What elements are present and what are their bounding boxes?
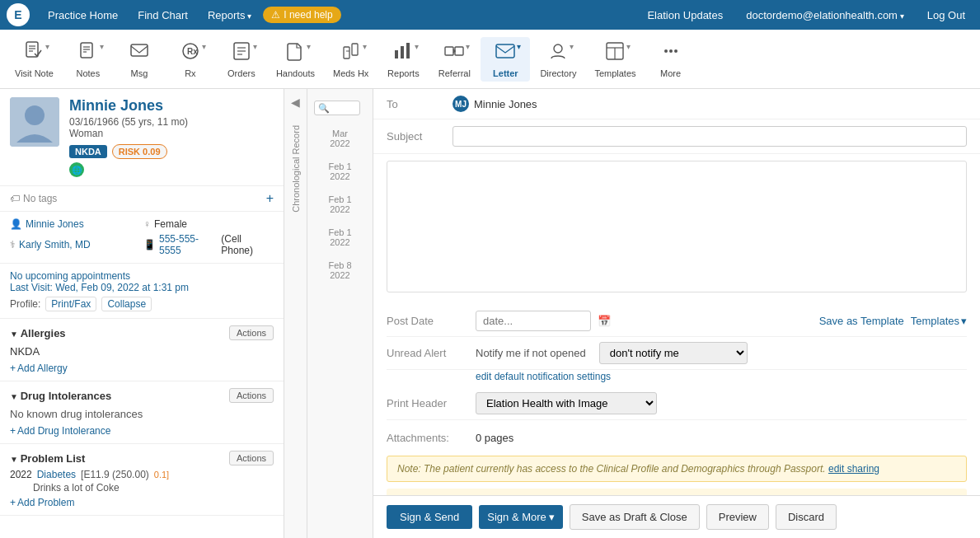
toolbar-templates[interactable]: ▾ Templates	[586, 37, 644, 82]
save-as-draft-close-button[interactable]: Save as Draft & Close	[570, 504, 700, 530]
globe-icon: 🌐	[69, 162, 84, 177]
toolbar-meds-hx[interactable]: ▾ Meds Hx	[325, 37, 377, 82]
toolbar-orders-label: Orders	[227, 68, 256, 78]
meta-patient-name: Minnie Jones	[26, 218, 84, 230]
nav-reports[interactable]: Reports	[199, 6, 260, 25]
nav-user-email[interactable]: doctordemo@elationhealth.com	[738, 6, 912, 25]
timeline-search[interactable]	[314, 101, 360, 115]
directory-icon: ▾	[547, 40, 569, 67]
sign-more-arrow: ▾	[549, 511, 555, 523]
drug-intolerances-section: Drug Intolerances Actions No known drug …	[0, 381, 284, 444]
letter-to-row: To MJ Minnie Jones	[373, 89, 980, 119]
more-icon	[660, 40, 682, 67]
patient-badges: NKDA RISK 0.09	[69, 144, 274, 159]
toolbar-msg[interactable]: Msg	[115, 37, 164, 82]
collapse-button[interactable]: Collapse	[101, 297, 152, 311]
msg-icon	[129, 40, 150, 67]
problem-name-0[interactable]: Diabetes	[37, 469, 76, 480]
nav-help[interactable]: I need help	[263, 7, 340, 23]
chrono-label: Chronological Record	[291, 125, 301, 213]
toolbar-more[interactable]: More	[646, 37, 696, 82]
toolbar-more-label: More	[660, 68, 681, 78]
subject-input[interactable]	[452, 126, 967, 147]
timeline-month-1: Feb 1	[314, 161, 366, 171]
allergies-actions-button[interactable]: Actions	[229, 325, 274, 340]
last-visit-text: Last Visit: Wed, Feb 09, 2022 at 1:31 pm	[10, 282, 274, 293]
templates-arrow: ▾	[626, 42, 631, 51]
nav-find-chart[interactable]: Find Chart	[129, 6, 196, 25]
preview-button[interactable]: Preview	[706, 504, 769, 530]
add-allergy-button[interactable]: Add Allergy	[10, 363, 68, 374]
nav-elation-updates[interactable]: Elation Updates	[639, 6, 731, 25]
allergies-header: Allergies Actions	[10, 325, 274, 340]
timeline-item-4[interactable]: Feb 8 2022	[311, 255, 369, 285]
toolbar-visit-note[interactable]: ▾ Visit Note	[7, 37, 62, 82]
add-problem-button[interactable]: Add Problem	[10, 497, 74, 508]
attachments-label: Attachments:	[387, 432, 469, 444]
toolbar-orders[interactable]: ▾ Orders	[217, 37, 266, 82]
nav-logout[interactable]: Log Out	[919, 6, 973, 25]
toolbar-letter[interactable]: ▾ Letter	[481, 37, 530, 82]
toolbar-directory[interactable]: ▾ Directory	[532, 37, 584, 82]
svg-rect-4	[81, 43, 92, 58]
toolbar-rx[interactable]: Rx ▾ Rx	[166, 37, 215, 82]
avatar	[10, 97, 59, 147]
meta-phone[interactable]: 555-555-5555	[159, 233, 218, 256]
allergy-value: NKDA	[10, 344, 274, 359]
toolbar-reports-label: Reports	[387, 68, 420, 78]
timeline-item-1[interactable]: Feb 1 2022	[311, 157, 369, 186]
notify-select[interactable]: don't notify me	[599, 342, 748, 364]
unread-alert-label: Unread Alert	[387, 347, 469, 359]
timeline-item-0[interactable]: Mar 2022	[311, 124, 369, 153]
problem-row-0: 2022 Diabetes [E11.9 (250.00) 0.1]	[10, 469, 274, 480]
post-date-input[interactable]	[476, 311, 591, 331]
discard-button[interactable]: Discard	[776, 504, 837, 530]
toolbar-referral[interactable]: ▾ Referral	[429, 37, 479, 82]
toolbar-reports[interactable]: ▾ Reports	[378, 37, 428, 82]
attachments-row: Attachments: 0 pages	[373, 427, 980, 449]
meta-name-row: 👤 Minnie Jones	[10, 218, 140, 230]
add-tag-button[interactable]: +	[266, 191, 274, 206]
profile-label: Profile:	[10, 298, 40, 310]
timeline-year-1: 2022	[314, 171, 366, 181]
left-sidebar: Minnie Jones 03/16/1966 (55 yrs, 11 mo) …	[0, 89, 284, 538]
gender-icon: ♀	[143, 218, 151, 230]
orders-arrow: ▾	[253, 42, 257, 51]
svg-point-25	[554, 44, 562, 53]
save-as-template-link[interactable]: Save as Template	[819, 315, 904, 327]
timeline-item-2[interactable]: Feb 1 2022	[311, 189, 369, 219]
timeline-item-3[interactable]: Feb 1 2022	[311, 222, 369, 252]
problem-list-title[interactable]: Problem List	[10, 452, 85, 465]
timeline-month-0: Mar	[314, 129, 366, 138]
add-drug-intolerance-button[interactable]: Add Drug Intolerance	[10, 425, 110, 437]
drug-intolerances-actions-button[interactable]: Actions	[229, 388, 274, 403]
directory-arrow: ▾	[570, 42, 574, 51]
sign-and-send-button[interactable]: Sign & Send	[387, 505, 472, 529]
sign-more-button[interactable]: Sign & More ▾	[479, 505, 563, 529]
calendar-icon[interactable]: 📅	[598, 315, 611, 327]
print-header-select[interactable]: Elation Health with Image	[476, 392, 657, 414]
problem-note-0: Drinks a lot of Coke	[10, 482, 274, 494]
allergies-title[interactable]: Allergies	[10, 327, 66, 339]
timeline-month-4: Feb 8	[314, 260, 366, 270]
letter-to-value: MJ Minnie Jones	[452, 96, 537, 112]
chrono-arrow[interactable]: ◀	[291, 96, 300, 109]
subject-label: Subject	[387, 130, 452, 143]
letter-body[interactable]	[387, 161, 967, 292]
top-nav: E Practice Home Find Chart Reports I nee…	[0, 0, 980, 30]
toolbar-notes[interactable]: ▾ Notes	[63, 37, 113, 82]
toolbar-rx-label: Rx	[185, 68, 195, 78]
nav-practice-home[interactable]: Practice Home	[40, 6, 126, 25]
print-fax-button[interactable]: Print/Fax	[45, 297, 96, 311]
templates-dropdown-arrow: ▾	[961, 315, 967, 327]
svg-rect-19	[401, 46, 404, 58]
notify-text: Notify me if not opened	[476, 347, 586, 359]
toolbar-handouts[interactable]: ▾ Handouts	[268, 37, 323, 82]
edit-notification-settings-link[interactable]: edit default notification settings	[476, 371, 611, 382]
templates-dropdown[interactable]: Templates ▾	[911, 315, 967, 327]
post-date-row: Post Date 📅 Save as Template Templates ▾	[387, 306, 967, 337]
edit-sharing-link[interactable]: edit sharing	[828, 463, 879, 475]
problem-list-actions-button[interactable]: Actions	[229, 451, 274, 465]
timeline-year-4: 2022	[314, 270, 366, 280]
drug-intolerances-title[interactable]: Drug Intolerances	[10, 390, 111, 402]
